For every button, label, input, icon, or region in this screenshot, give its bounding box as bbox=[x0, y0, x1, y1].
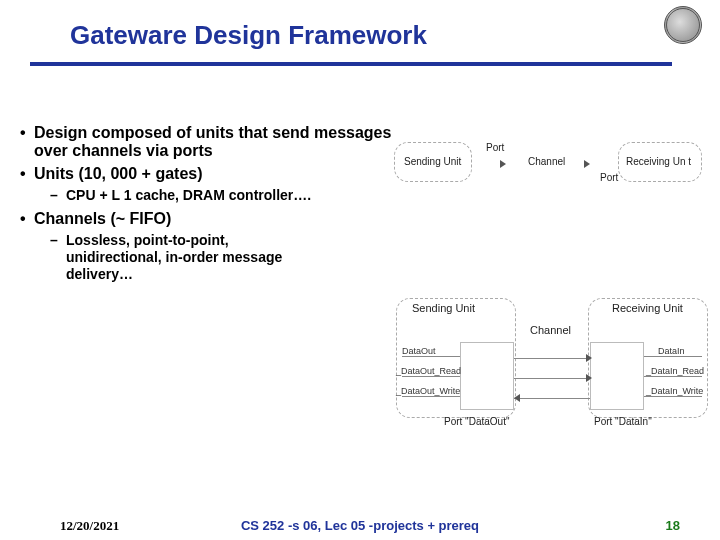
wire bbox=[644, 356, 702, 357]
signal-datain-write: _DataIn_Write bbox=[646, 386, 703, 396]
bullet-dot-icon: • bbox=[20, 124, 34, 161]
port-right-label: Port "DataIn" bbox=[594, 416, 652, 427]
port-left-box bbox=[460, 342, 514, 410]
signal-datain-read: _DataIn_Read bbox=[646, 366, 704, 376]
bullet-dash-icon: – bbox=[50, 232, 66, 282]
title-underline bbox=[30, 62, 672, 66]
signal-dataout-read: _DataOut_Read bbox=[396, 366, 461, 376]
body-text: • Design composed of units that send mes… bbox=[20, 124, 400, 287]
wire bbox=[644, 396, 702, 397]
footer-page: 18 bbox=[666, 518, 680, 533]
channel-label: Channel bbox=[530, 324, 571, 336]
wire bbox=[644, 376, 702, 377]
arrow-right-icon bbox=[584, 160, 590, 168]
sending-unit-label: Sending Unit bbox=[412, 302, 475, 314]
bullet-dot-icon: • bbox=[20, 210, 34, 228]
bullet-2-text: Units (10, 000 + gates) bbox=[34, 165, 400, 183]
wire bbox=[402, 396, 460, 397]
port-right-box bbox=[590, 342, 644, 410]
signal-dataout-write: _DataOut_Write bbox=[396, 386, 460, 396]
footer-center: CS 252 -s 06, Lec 05 -projects + prereq bbox=[0, 518, 720, 533]
wire bbox=[514, 378, 590, 379]
receiving-unit-label: Receiving Un t bbox=[626, 156, 691, 167]
bullet-1: • Design composed of units that send mes… bbox=[20, 124, 400, 161]
port-left-label: Port "DataOut" bbox=[444, 416, 509, 427]
bullet-3-sub-1: – Lossless, point-to-point, unidirection… bbox=[50, 232, 400, 282]
wire bbox=[514, 358, 590, 359]
slide-title: Gateware Design Framework bbox=[70, 20, 720, 51]
bullet-3-text: Channels (~ FIFO) bbox=[34, 210, 400, 228]
bullet-dash-icon: – bbox=[50, 187, 66, 204]
port-label-left: Port bbox=[486, 142, 504, 153]
bullet-3: • Channels (~ FIFO) bbox=[20, 210, 400, 228]
signal-datain: DataIn bbox=[658, 346, 685, 356]
wire bbox=[402, 376, 460, 377]
seal-logo-icon bbox=[664, 6, 702, 44]
arrow-right-icon bbox=[500, 160, 506, 168]
arrow-right-icon bbox=[586, 374, 592, 382]
receiving-unit-label: Receiving Unit bbox=[612, 302, 683, 314]
diagram-top: Sending Unit Port Channel Port Receiving… bbox=[400, 138, 700, 198]
diagram-bottom: Sending Unit Receiving Unit Channel Data… bbox=[400, 300, 700, 460]
title-area: Gateware Design Framework bbox=[0, 0, 720, 51]
arrow-right-icon bbox=[586, 354, 592, 362]
sending-unit-label: Sending Unit bbox=[404, 156, 461, 167]
bullet-2-sub-1: – CPU + L 1 cache, DRAM controller…. bbox=[50, 187, 400, 204]
wire bbox=[402, 356, 460, 357]
wire bbox=[514, 398, 590, 399]
channel-label: Channel bbox=[528, 156, 565, 167]
signal-dataout: DataOut bbox=[402, 346, 436, 356]
port-label-right: Port bbox=[600, 172, 618, 183]
slide: Gateware Design Framework • Design compo… bbox=[0, 0, 720, 540]
bullet-2-sub-1-text: CPU + L 1 cache, DRAM controller…. bbox=[66, 187, 400, 204]
bullet-1-text: Design composed of units that send messa… bbox=[34, 124, 400, 161]
bullet-3-sub-1-text: Lossless, point-to-point, unidirectional… bbox=[66, 232, 326, 282]
bullet-2: • Units (10, 000 + gates) bbox=[20, 165, 400, 183]
arrow-left-icon bbox=[514, 394, 520, 402]
bullet-dot-icon: • bbox=[20, 165, 34, 183]
